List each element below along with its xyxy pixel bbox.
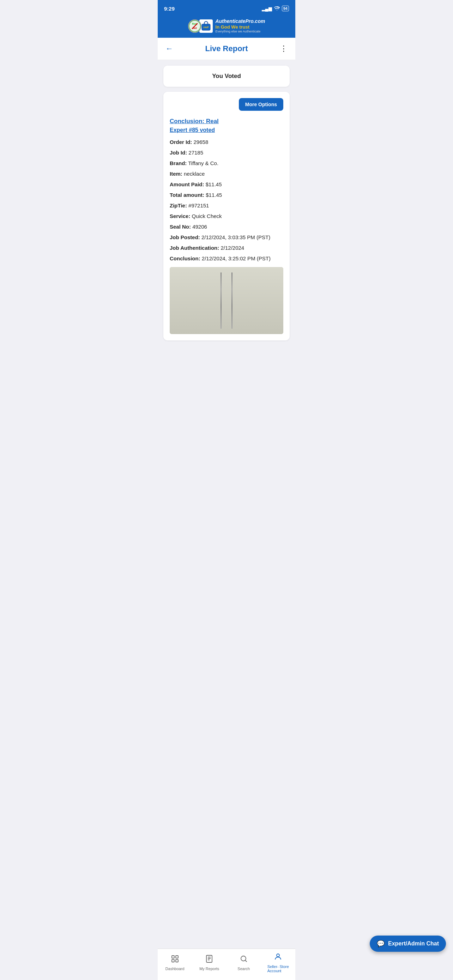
field-label: Job Authentication: [170,245,219,251]
field-label: Seal No: [170,224,191,230]
report-field-row: Job Authentication: 2/12/2024 [170,244,283,251]
field-value: Quick Check [192,213,222,219]
expert-link[interactable]: Expert #85 voted [170,127,283,134]
main-content: You Voted More Options Conclusion: Real … [158,60,295,346]
signal-icon: ▂▄▆ [262,6,272,11]
app-logo: Real Not #AP AuthenticatePro.com In God … [188,18,265,33]
report-field-row: Service: Quick Check [170,212,283,220]
necklace-chain [221,272,232,329]
svg-rect-7 [176,956,178,958]
nav-item-seller-account[interactable]: Seller- StoreAccount [261,953,296,973]
app-header: Real Not #AP AuthenticatePro.com In God … [158,16,295,38]
dashboard-label: Dashboard [165,967,184,971]
page-title: Live Report [205,44,248,53]
field-label: Job Id: [170,150,187,156]
logo-badge: Real Not #AP [188,19,213,33]
seller-account-icon [274,953,282,963]
site-name-text: AuthenticatePro.com [216,18,265,24]
report-card: More Options Conclusion: Real Expert #85… [163,92,290,340]
field-value: $11.45 [206,181,222,187]
report-field-row: Job Id: 27185 [170,149,283,156]
report-field-row: Seal No: 49206 [170,223,283,231]
voted-text: You Voted [212,73,241,80]
field-value: 2/12/2024, 3:25:02 PM (PST) [202,255,270,261]
wifi-icon [274,6,280,11]
report-field-row: Order Id: 29658 [170,138,283,146]
field-value: necklace [184,171,205,177]
site-name-italic: Pro [245,18,253,24]
field-label: ZipTie: [170,202,187,208]
conclusion-link[interactable]: Conclusion: Real [170,118,283,125]
logo-text: AuthenticatePro.com In God We trust Ever… [216,18,265,33]
my-reports-icon [205,955,213,965]
report-field-row: ZipTie: #972151 [170,202,283,209]
field-value: 2/12/2024 [221,245,244,251]
more-options-nav-button[interactable]: ⋮ [278,43,289,55]
nav-bar: ← Live Report ⋮ [158,38,295,60]
field-value: 27185 [188,150,203,156]
field-value: 29658 [194,139,208,145]
field-value: Tiffany & Co. [188,160,218,166]
field-label: Brand: [170,160,187,166]
tagline: In God We trust [216,24,265,30]
report-field-row: Conclusion: 2/12/2024, 3:25:02 PM (PST) [170,255,283,262]
svg-text:Not: Not [192,27,197,29]
dashboard-icon [171,955,179,965]
chain-line-right [231,272,232,329]
field-label: Service: [170,213,190,219]
field-label: Amount Paid: [170,181,204,187]
report-field-row: Brand: Tiffany & Co. [170,159,283,167]
status-bar: 9:29 ▂▄▆ 94 [158,0,295,16]
nav-item-search[interactable]: Search [227,955,261,971]
chain-line-left [221,272,222,329]
svg-text:#AP: #AP [203,26,209,29]
search-label: Search [237,967,250,971]
report-fields: Order Id: 29658Job Id: 27185Brand: Tiffa… [170,138,283,262]
field-value: #972151 [188,202,209,208]
nav-item-dashboard[interactable]: Dashboard [158,955,192,971]
svg-rect-10 [207,955,212,963]
my-reports-label: My Reports [199,967,219,971]
back-button[interactable]: ← [164,43,175,55]
bottom-nav: Dashboard My Reports Search Seller- Stor… [158,948,295,980]
more-options-button[interactable]: More Options [239,98,283,111]
report-field-row: Job Posted: 2/12/2024, 3:03:35 PM (PST) [170,234,283,241]
field-value: 49206 [192,224,207,230]
svg-rect-9 [176,959,178,962]
nav-item-my-reports[interactable]: My Reports [192,955,227,971]
voted-card: You Voted [163,65,290,87]
status-time: 9:29 [164,6,175,12]
field-label: Conclusion: [170,255,200,261]
sub-tagline: Everything else we Authenticate [216,30,265,33]
necklace-photo [170,267,283,334]
report-image [170,267,283,334]
report-field-row: Total amount: $11.45 [170,191,283,199]
svg-rect-8 [172,959,174,962]
battery-indicator: 94 [282,6,289,11]
report-field-row: Amount Paid: $11.45 [170,181,283,188]
search-icon [240,955,248,965]
field-value: $11.45 [206,192,222,198]
field-value: 2/12/2024, 3:03:35 PM (PST) [202,234,270,240]
svg-point-11 [241,956,246,961]
field-label: Job Posted: [170,234,200,240]
seller-account-label: Seller- StoreAccount [267,964,289,973]
field-label: Order Id: [170,139,192,145]
real-not-badge: Real Not [188,19,202,33]
field-label: Total amount: [170,192,204,198]
report-field-row: Item: necklace [170,170,283,177]
field-label: Item: [170,171,183,177]
svg-rect-6 [172,956,174,958]
svg-point-12 [277,954,280,957]
status-icons: ▂▄▆ 94 [262,6,289,11]
